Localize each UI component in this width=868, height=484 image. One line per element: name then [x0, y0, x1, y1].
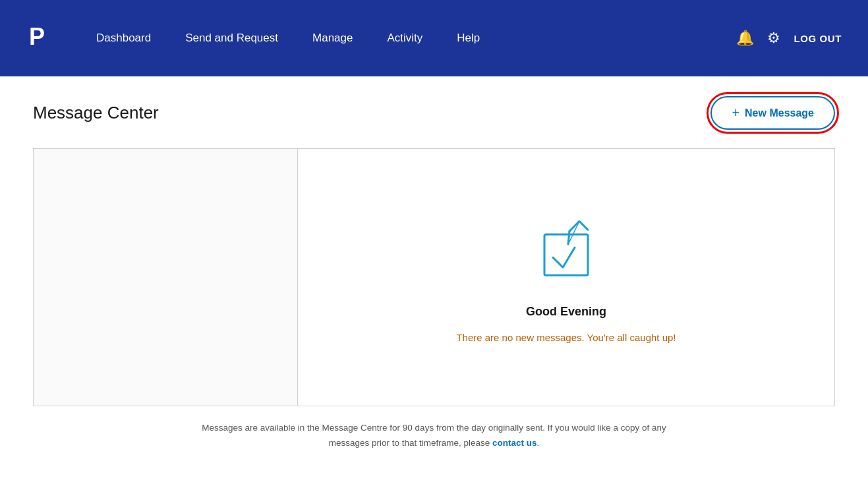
- page-title: Message Center: [33, 103, 159, 123]
- new-message-label: New Message: [745, 107, 814, 119]
- footer-line1: Messages are available in the Message Ce…: [202, 423, 666, 433]
- left-panel: [34, 149, 298, 406]
- new-message-button[interactable]: + New Message: [710, 96, 835, 130]
- gear-icon[interactable]: ⚙: [767, 30, 780, 47]
- nav-send-and-request[interactable]: Send and Request: [168, 32, 295, 45]
- right-panel: Good Evening There are no new messages. …: [298, 149, 834, 406]
- page-header: Message Center + New Message: [33, 96, 835, 130]
- main-content: Message Center + New Message: [0, 76, 868, 464]
- footer-line2: messages prior to that timeframe, please: [329, 438, 490, 448]
- nav-links: Dashboard Send and Request Manage Activi…: [79, 32, 736, 45]
- nav-activity[interactable]: Activity: [370, 32, 440, 45]
- nav-help[interactable]: Help: [440, 32, 497, 45]
- nav-right: 🔔 ⚙ LOG OUT: [736, 30, 842, 47]
- svg-line-2: [579, 221, 588, 230]
- bell-icon[interactable]: 🔔: [736, 30, 754, 47]
- no-messages-text: There are no new messages. You're all ca…: [456, 332, 676, 343]
- greeting-text: Good Evening: [526, 305, 606, 319]
- panels-row: Good Evening There are no new messages. …: [33, 148, 835, 406]
- nav-dashboard[interactable]: Dashboard: [79, 32, 168, 45]
- footer-note: Messages are available in the Message Ce…: [33, 421, 835, 464]
- empty-state-icon: [530, 211, 602, 286]
- navbar: P Dashboard Send and Request Manage Acti…: [0, 0, 868, 76]
- svg-text:P: P: [29, 23, 45, 50]
- paypal-logo[interactable]: P: [26, 22, 55, 54]
- contact-us-link[interactable]: contact us: [492, 438, 537, 448]
- svg-rect-1: [544, 234, 588, 275]
- svg-line-3: [569, 221, 579, 231]
- logout-button[interactable]: LOG OUT: [794, 33, 842, 44]
- plus-icon: +: [732, 105, 739, 121]
- nav-manage[interactable]: Manage: [295, 32, 370, 45]
- footer-end: .: [537, 438, 540, 448]
